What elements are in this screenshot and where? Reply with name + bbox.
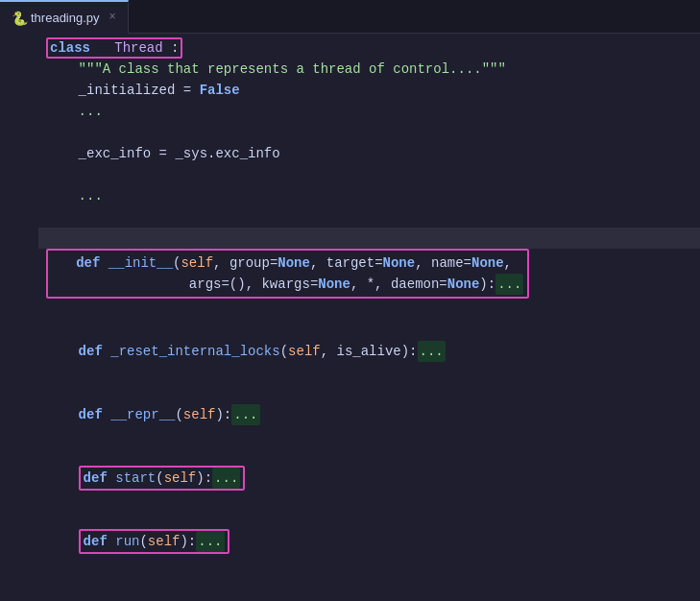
line-init-2: args =() , kwargs = None , *, daemon = N… [52, 274, 523, 295]
editor-container: 🐍 threading.py × [0, 0, 700, 601]
false-kw: False [200, 80, 240, 101]
keyword-class: class [50, 40, 90, 56]
code-content: class Thread : """A class that represent… [38, 34, 700, 601]
self-param-run: self [148, 531, 181, 552]
tab-close-button[interactable]: × [109, 11, 116, 24]
tab-threading[interactable]: 🐍 threading.py × [0, 0, 129, 34]
line-num-21 [0, 460, 31, 481]
blank-7 [38, 362, 700, 383]
colon-1: : [171, 40, 179, 56]
blank-2 [38, 164, 700, 185]
line-num-3 [0, 80, 31, 101]
blank-1 [38, 122, 700, 143]
ellipsis-reset: ... [418, 341, 446, 362]
classname-thread: Thread [114, 40, 162, 56]
keyword-def-run: def [84, 531, 108, 552]
line-num-12 [0, 270, 31, 291]
line-num-1 [0, 37, 31, 59]
ellipsis-start: ... [212, 468, 240, 489]
self-param-repr: self [183, 404, 216, 425]
line-reset: def _reset_internal_locks ( self , is_al… [38, 341, 700, 362]
blank-5 [38, 299, 700, 320]
init-method-box: def __init__ ( self , group = None , tar… [46, 249, 529, 299]
blank-4 [38, 228, 700, 249]
line-num-5 [0, 122, 31, 143]
initialized-var: _initialized [79, 80, 176, 101]
line-num-24 [0, 523, 31, 544]
line-num-9 [0, 206, 31, 228]
keyword-def-init: def [76, 252, 100, 274]
ellipsis-repr: ... [231, 404, 259, 425]
line-num-8 [0, 185, 31, 206]
line-num-6 [0, 143, 31, 164]
ellipsis-init: ... [495, 274, 523, 295]
class-decl-highlight: class Thread : [46, 37, 182, 59]
reset-funcname: _reset_internal_locks [110, 341, 279, 362]
init-funcname: __init__ [109, 252, 173, 274]
blank-9 [38, 425, 700, 446]
line-num-11 [0, 249, 31, 270]
ellipsis-run: ... [196, 531, 224, 552]
line-initialized: _initialized = False [38, 80, 700, 101]
code-area: class Thread : """A class that represent… [0, 34, 700, 601]
line-docstring: """A class that represents a thread of c… [38, 59, 700, 80]
run-method-box: def run ( self ): ... [79, 529, 229, 554]
start-method-box: def start ( self ): ... [79, 466, 246, 491]
ellipsis-2: ... [79, 185, 103, 206]
line-init-1: def __init__ ( self , group = None , tar… [52, 252, 523, 274]
line-num-13 [0, 291, 31, 312]
file-icon: 🐍 [12, 11, 25, 24]
line-num-23 [0, 502, 31, 523]
line-num-18 [0, 397, 31, 418]
line-exc-info: _exc_info = _sys.exc_info [38, 143, 700, 164]
tab-label: threading.py [31, 11, 100, 25]
line-num-7 [0, 164, 31, 185]
repr-funcname: __repr__ [110, 404, 175, 425]
line-num-16 [0, 354, 31, 375]
ellipsis-1: ... [79, 101, 103, 122]
exc-info-var: _exc_info = _sys.exc_info [79, 143, 280, 164]
docstring-text: """A class that represents a thread of c… [79, 59, 506, 80]
line-num-10 [0, 228, 31, 249]
keyword-def-reset: def [79, 341, 103, 362]
blank-3 [38, 206, 700, 228]
self-param-start: self [164, 468, 197, 489]
line-num-17 [0, 375, 31, 397]
self-param-reset: self [288, 341, 321, 362]
line-num-19 [0, 418, 31, 439]
line-num-22 [0, 481, 31, 502]
line-num-2 [0, 59, 31, 80]
line-class-decl: class Thread : [38, 37, 700, 59]
keyword-def-repr: def [79, 404, 103, 425]
line-num-4 [0, 101, 31, 122]
blank-11 [38, 489, 700, 510]
start-funcname: start [115, 468, 156, 489]
line-ellipsis2: ... [38, 185, 700, 206]
line-numbers [0, 34, 38, 601]
line-run: def run ( self ): ... [38, 531, 700, 552]
run-funcname: run [115, 531, 139, 552]
line-num-14 [0, 312, 31, 333]
line-repr: def __repr__ ( self ): ... [38, 404, 700, 425]
line-start: def start ( self ): ... [38, 468, 700, 489]
blank-10 [38, 446, 700, 468]
keyword-def-start: def [84, 468, 108, 489]
blank-6 [38, 320, 700, 341]
blank-12 [38, 510, 700, 531]
line-num-20 [0, 439, 31, 460]
line-num-15 [0, 333, 31, 354]
line-ellipsis1: ... [38, 101, 700, 122]
tab-bar: 🐍 threading.py × [0, 0, 700, 34]
self-param-init: self [181, 252, 213, 274]
blank-8 [38, 383, 700, 404]
